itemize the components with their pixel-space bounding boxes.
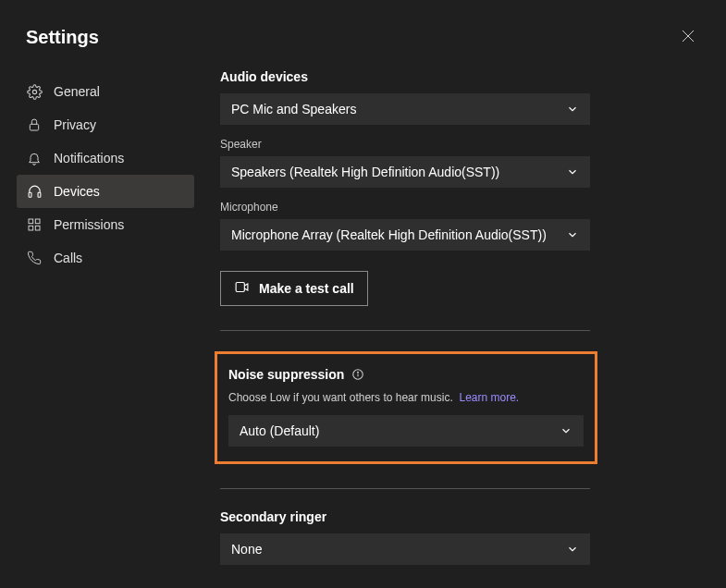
bell-icon [26, 150, 43, 166]
make-test-call-button[interactable]: Make a test call [220, 271, 368, 306]
secondary-ringer-heading: Secondary ringer [220, 509, 698, 524]
chevron-down-icon [566, 543, 579, 556]
sidebar-item-privacy[interactable]: Privacy [17, 108, 194, 141]
svg-point-2 [32, 90, 36, 93]
learn-more-link[interactable]: Learn more. [459, 391, 519, 404]
apps-icon [26, 216, 43, 233]
secondary-ringer-value: None [231, 542, 262, 557]
noise-suppression-highlight: Noise suppression Choose Low if you want… [215, 351, 597, 464]
svg-rect-6 [29, 219, 33, 224]
sidebar: General Privacy Notifications Devices Pe [0, 69, 203, 565]
sidebar-item-notifications[interactable]: Notifications [17, 141, 194, 175]
noise-suppression-help-text: Choose Low if you want others to hear mu… [228, 391, 453, 404]
noise-suppression-heading: Noise suppression [228, 367, 584, 382]
noise-suppression-select[interactable]: Auto (Default) [228, 415, 584, 447]
sidebar-item-label: Privacy [54, 117, 96, 132]
headset-icon [26, 183, 43, 200]
audio-device-select[interactable]: PC Mic and Speakers [220, 93, 590, 125]
noise-suppression-value: Auto (Default) [240, 423, 319, 438]
info-icon[interactable] [351, 368, 364, 381]
audio-device-value: PC Mic and Speakers [231, 102, 356, 116]
divider [220, 488, 590, 489]
svg-rect-10 [236, 283, 244, 292]
noise-suppression-help: Choose Low if you want others to hear mu… [228, 391, 584, 404]
secondary-ringer-select[interactable]: None [220, 533, 590, 565]
test-call-icon [234, 279, 250, 298]
chevron-down-icon [566, 165, 579, 178]
speaker-label: Speaker [220, 138, 698, 151]
divider [220, 330, 590, 331]
sidebar-item-permissions[interactable]: Permissions [17, 208, 194, 241]
svg-rect-8 [29, 226, 33, 230]
svg-rect-7 [35, 219, 40, 224]
sidebar-item-label: Calls [54, 251, 82, 265]
svg-point-13 [358, 372, 359, 373]
sidebar-item-general[interactable]: General [17, 75, 194, 108]
close-button[interactable] [676, 24, 700, 51]
phone-icon [26, 250, 43, 266]
test-call-label: Make a test call [259, 281, 354, 296]
microphone-select[interactable]: Microphone Array (Realtek High Definitio… [220, 219, 590, 251]
speaker-value: Speakers (Realtek High Definition Audio(… [231, 165, 499, 179]
audio-devices-heading: Audio devices [220, 69, 698, 84]
sidebar-item-devices[interactable]: Devices [17, 175, 194, 208]
chevron-down-icon [560, 424, 572, 437]
speaker-select[interactable]: Speakers (Realtek High Definition Audio(… [220, 156, 590, 188]
sidebar-item-label: Notifications [54, 151, 124, 165]
microphone-value: Microphone Array (Realtek High Definitio… [231, 227, 547, 242]
page-title: Settings [26, 27, 99, 48]
svg-rect-9 [35, 226, 40, 230]
chevron-down-icon [566, 103, 579, 116]
microphone-label: Microphone [220, 201, 698, 214]
gear-icon [26, 83, 43, 100]
sidebar-item-calls[interactable]: Calls [17, 241, 194, 275]
sidebar-item-label: Permissions [54, 217, 124, 232]
lock-icon [26, 116, 43, 133]
chevron-down-icon [566, 228, 579, 241]
svg-rect-3 [30, 124, 38, 130]
sidebar-item-label: Devices [54, 184, 100, 199]
svg-rect-4 [29, 192, 31, 197]
close-icon [682, 31, 695, 45]
svg-rect-5 [38, 192, 41, 197]
noise-suppression-heading-text: Noise suppression [228, 367, 344, 382]
content-area: Audio devices PC Mic and Speakers Speake… [203, 69, 726, 565]
sidebar-item-label: General [54, 84, 100, 99]
